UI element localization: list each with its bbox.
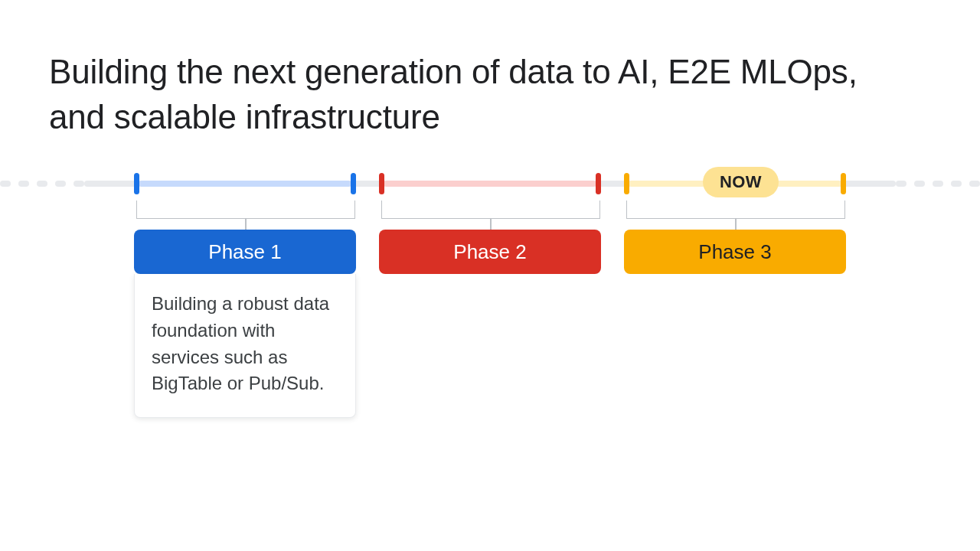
phase3-label: Phase 3 [624, 230, 846, 274]
phase1-start-tick [134, 173, 139, 194]
phase3-start-tick [624, 173, 629, 194]
now-badge: NOW [703, 167, 779, 197]
phase3-end-tick [841, 173, 846, 194]
phase2-bracket-stem [490, 219, 492, 230]
phase1-end-tick [351, 173, 356, 194]
phase3-bracket [626, 201, 845, 219]
slide-title: Building the next generation of data to … [49, 49, 906, 140]
phase1-label: Phase 1 [134, 230, 356, 274]
phase2-end-tick [596, 173, 601, 194]
phase1-description-card: Building a robust data foundation with s… [134, 274, 356, 418]
rail-dashed-right [896, 181, 980, 187]
phase2-segment [384, 181, 596, 187]
phase1-bracket [136, 201, 355, 219]
phase2-label: Phase 2 [379, 230, 601, 274]
phase1-segment [139, 181, 351, 187]
phase3-bracket-stem [735, 219, 737, 230]
phase1-description-text: Building a robust data foundation with s… [152, 293, 329, 393]
phase1-bracket-stem [245, 219, 247, 230]
phase2-start-tick [379, 173, 384, 194]
phase2-bracket [381, 201, 600, 219]
timeline-rail: NOW [0, 178, 980, 190]
